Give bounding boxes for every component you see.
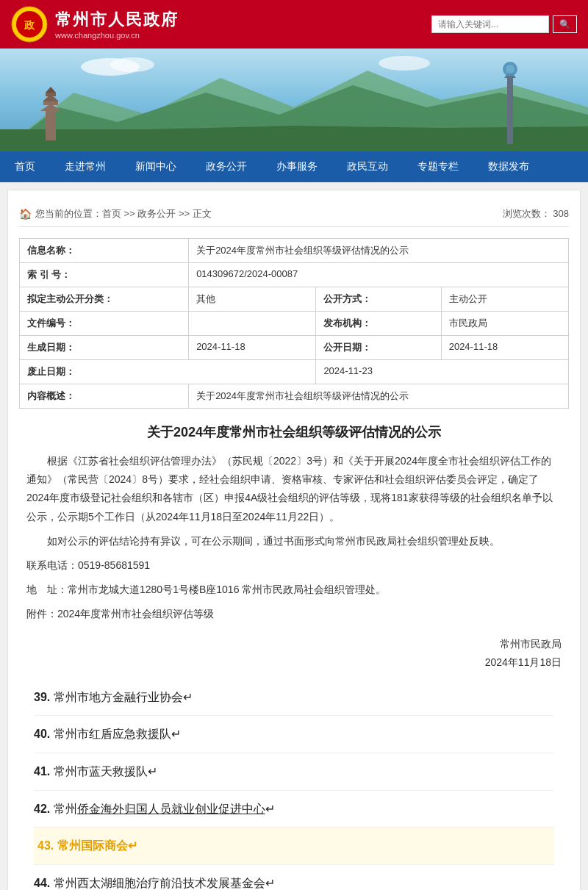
info-row-dates: 生成日期： 2024-11-18 公开日期： 2024-11-18 [20,336,569,360]
info-label-created: 生成日期： [20,336,189,360]
info-label-publisher: 发布机构： [316,312,441,336]
article-para-4: 地 址：常州市龙城大道1280号1号楼B座1016 常州市民政局社会组织管理处。 [26,581,562,599]
item-number-41: 41. [34,765,50,778]
article-para-3: 联系电话：0519-85681591 [26,556,562,575]
info-value-title: 关于2024年度常州市社会组织等级评估情况的公示 [189,239,569,263]
svg-rect-13 [43,101,58,105]
list-item-41: 41. 常州市蓝天救援队↵ [34,753,554,791]
info-value-docnum [189,312,316,336]
nav-special[interactable]: 专题专栏 [403,151,473,182]
article-para-2: 如对公示的评估结论持有异议，可在公示期间，通过书面形式向常州市民政局社会组织管理… [26,532,562,550]
item-number-43: 43. [37,839,54,852]
hero-banner [0,49,588,151]
info-row-docnum: 文件编号： 发布机构： 市民政局 [20,312,569,336]
nav-news[interactable]: 新闻中心 [121,151,191,182]
item-number-44: 44. [34,877,50,889]
info-value-summary: 关于2024年度常州市社会组织等级评估情况的公示 [189,384,569,409]
main-navigation: 首页 走进常州 新闻中心 政务公开 办事服务 政民互动 专题专栏 数据发布 [0,151,588,182]
info-label-opentype: 公开方式： [316,287,441,312]
site-title: 常州市人民政府 [55,9,179,31]
item-number-40: 40. [34,728,50,740]
logo-area: 政 常州市人民政府 www.changzhou.gov.cn [11,6,179,43]
logo-text: 常州市人民政府 www.changzhou.gov.cn [55,9,179,40]
search-area: 🔍 [431,15,577,33]
item-name-44: 常州西太湖细胞治疗前沿技术发展基金会 [54,877,265,889]
nav-government[interactable]: 政务公开 [191,151,262,182]
info-label-category: 拟定主动公开分类： [20,287,189,312]
nav-service[interactable]: 办事服务 [262,151,332,182]
svg-point-10 [506,65,514,73]
article-para-1: 根据《江苏省社会组织评估管理办法》（苏民规〔2022〕3号）和《关于开展2024… [26,452,562,526]
article-signature: 常州市民政局 2024年11月18日 [26,635,562,672]
svg-point-19 [379,56,430,71]
nav-data[interactable]: 数据发布 [473,151,544,182]
view-count-value: 308 [553,208,569,219]
info-label-index: 索 引 号： [20,263,189,287]
search-input[interactable] [431,15,549,33]
site-url: www.changzhou.gov.cn [55,31,179,40]
home-icon: 🏠 [19,208,32,220]
info-label-published: 公开日期： [316,336,441,360]
list-item-44: 44. 常州西太湖细胞治疗前沿技术发展基金会↵ [34,865,554,890]
info-value-published: 2024-11-18 [441,336,568,360]
info-value-opentype: 主动公开 [441,287,568,312]
info-value-created: 2024-11-18 [189,336,316,360]
list-item-42: 42. 常州侨金海外归国人员就业创业促进中心↵ [34,791,554,828]
svg-rect-11 [46,111,56,140]
info-value-publisher: 市民政局 [441,312,568,336]
info-label-docnum: 文件编号： [20,312,189,336]
info-value-category: 其他 [189,287,316,312]
hero-svg [0,49,588,151]
item-name-39: 常州市地方金融行业协会 [54,691,183,703]
info-value-expire: 2024-11-23 [316,360,569,384]
breadcrumb-path: 您当前的位置：首页 >> 政务公开 >> 正文 [35,207,212,220]
org-list: 39. 常州市地方金融行业协会↵ 40. 常州市红盾应急救援队↵ 41. 常州市… [19,672,569,890]
article-title: 关于2024年度常州市社会组织等级评估情况的公示 [19,423,569,441]
svg-rect-15 [46,93,56,96]
item-name-43: 常州国际商会 [57,839,128,852]
list-item-40: 40. 常州市红盾应急救援队↵ [34,716,554,753]
nav-interaction[interactable]: 政民互动 [332,151,403,182]
info-row-title: 信息名称： 关于2024年度常州市社会组织等级评估情况的公示 [20,239,569,263]
nav-home[interactable]: 首页 [0,151,50,182]
info-row-category: 拟定主动公开分类： 其他 公开方式： 主动公开 [20,287,569,312]
nav-changzhou[interactable]: 走进常州 [50,151,121,182]
info-row-summary: 内容概述： 关于2024年度常州市社会组织等级评估情况的公示 [20,384,569,409]
view-count-area: 浏览次数： 308 [503,207,569,220]
list-item-39: 39. 常州市地方金融行业协会↵ [34,679,554,717]
breadcrumb-bar: 🏠 您当前的位置：首页 >> 政务公开 >> 正文 浏览次数： 308 [19,201,569,227]
search-button[interactable]: 🔍 [553,15,577,33]
item-number-42: 42. [34,803,50,815]
info-label-expire: 废止日期： [20,360,316,384]
signature-date: 2024年11月18日 [26,653,562,672]
signature-org: 常州市民政局 [26,635,562,653]
item-name-40: 常州市红盾应急救援队 [54,728,171,740]
site-header: 政 常州市人民政府 www.changzhou.gov.cn 🔍 [0,0,588,49]
breadcrumb: 🏠 您当前的位置：首页 >> 政务公开 >> 正文 [19,207,212,220]
svg-point-18 [110,57,154,72]
svg-text:政: 政 [24,19,35,31]
info-table: 信息名称： 关于2024年度常州市社会组织等级评估情况的公示 索 引 号： 01… [19,238,569,409]
item-name-41: 常州市蓝天救援队 [54,765,148,778]
info-label-title: 信息名称： [20,239,189,263]
view-count-label: 浏览次数： [503,208,551,219]
government-emblem: 政 [11,6,48,43]
main-content: 🏠 您当前的位置：首页 >> 政务公开 >> 正文 浏览次数： 308 信息名称… [7,190,581,890]
article-body: 根据《江苏省社会组织评估管理办法》（苏民规〔2022〕3号）和《关于开展2024… [19,452,569,672]
item-number-39: 39. [34,691,50,703]
info-value-index: 014309672/2024-00087 [189,263,569,287]
article-para-5: 附件：2024年度常州市社会组织评估等级 [26,605,562,623]
item-name-42-underline: 侨金海外归国人员就业创业促进中心 [77,803,265,815]
svg-marker-6 [0,126,588,151]
info-row-expire: 废止日期： 2024-11-23 [20,360,569,384]
svg-rect-7 [507,78,513,144]
list-item-43: 43. 常州国际商会↵ [34,828,554,865]
info-label-summary: 内容概述： [20,384,189,409]
info-row-index: 索 引 号： 014309672/2024-00087 [20,263,569,287]
